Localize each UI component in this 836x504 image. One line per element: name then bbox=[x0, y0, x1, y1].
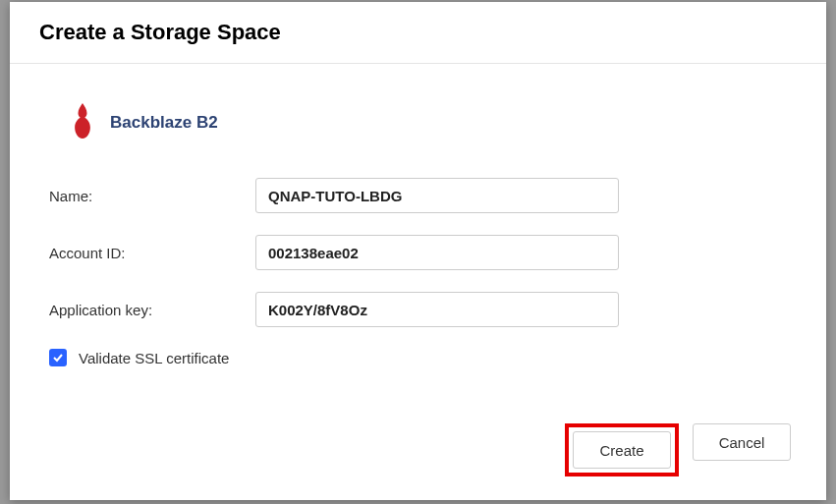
application-key-label: Application key: bbox=[49, 302, 255, 318]
account-id-label: Account ID: bbox=[49, 245, 255, 261]
provider-name: Backblaze B2 bbox=[110, 113, 218, 133]
create-storage-modal: Create a Storage Space Backblaze B2 Name… bbox=[10, 2, 826, 500]
redacted-overlay bbox=[383, 237, 617, 268]
create-button[interactable]: Create bbox=[573, 431, 671, 469]
cancel-button[interactable]: Cancel bbox=[693, 423, 791, 461]
validate-ssl-label: Validate SSL certificate bbox=[79, 350, 229, 366]
ssl-checkbox-row: Validate SSL certificate bbox=[49, 349, 787, 366]
name-field[interactable] bbox=[255, 178, 619, 213]
create-highlight-box: Create bbox=[565, 423, 679, 476]
redacted-overlay bbox=[388, 294, 617, 325]
modal-footer: Create Cancel bbox=[10, 406, 826, 500]
provider-row: Backblaze B2 bbox=[69, 103, 787, 142]
name-label: Name: bbox=[49, 188, 255, 204]
backblaze-icon bbox=[69, 103, 96, 142]
modal-title: Create a Storage Space bbox=[39, 20, 797, 45]
form-row-account: Account ID: bbox=[49, 235, 787, 270]
modal-header: Create a Storage Space bbox=[10, 2, 826, 64]
modal-body[interactable]: Backblaze B2 Name: Account ID: Applicati… bbox=[10, 64, 826, 406]
validate-ssl-checkbox[interactable] bbox=[49, 349, 67, 366]
form-row-appkey: Application key: bbox=[49, 292, 787, 327]
form-row-name: Name: bbox=[49, 178, 787, 213]
